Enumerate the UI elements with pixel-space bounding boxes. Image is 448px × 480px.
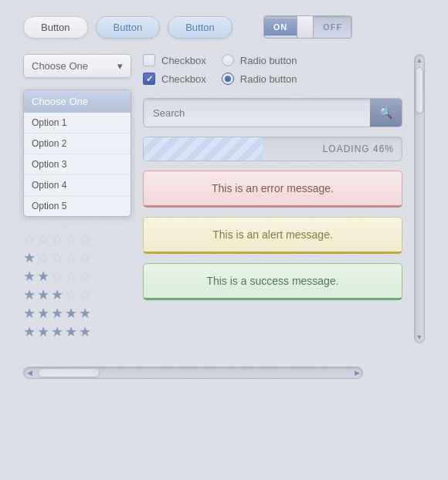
error-message[interactable]: This is an error message. bbox=[143, 171, 402, 208]
search-bar: 🔍 bbox=[143, 98, 402, 127]
star-row-5b[interactable]: ★ ★ ★ ★ ★ bbox=[23, 325, 131, 339]
star-icon: ☆ bbox=[37, 251, 49, 265]
star-icon: ☆ bbox=[51, 251, 63, 265]
scrollbar-track: ▲ ▼ bbox=[414, 54, 425, 343]
checkbox-label-1: Checkbox bbox=[161, 55, 206, 66]
stars-section: ☆ ☆ ☆ ☆ ☆ ★ ☆ ☆ ☆ ☆ ★ ★ ☆ bbox=[23, 232, 131, 339]
star-icon: ★ bbox=[79, 325, 91, 339]
dropdown-button[interactable]: Choose One ▾ bbox=[23, 54, 131, 78]
star-icon: ☆ bbox=[79, 232, 91, 246]
star-row-5[interactable]: ★ ★ ★ ★ ★ bbox=[23, 306, 131, 320]
alert-message[interactable]: This is an alert message. bbox=[143, 217, 402, 254]
star-icon: ☆ bbox=[37, 232, 49, 246]
left-column: Choose One ▾ Choose One Option 1 Option … bbox=[23, 54, 131, 343]
checkmark-icon: ✓ bbox=[146, 74, 153, 84]
star-icon: ★ bbox=[51, 306, 63, 320]
star-icon: ★ bbox=[37, 288, 49, 302]
button-3[interactable]: Button bbox=[168, 16, 232, 39]
star-icon: ☆ bbox=[65, 269, 77, 283]
radio-row-2: Radio button bbox=[222, 73, 297, 85]
loading-bar-container: LOADING 46% bbox=[143, 137, 402, 161]
success-message[interactable]: This is a success message. bbox=[143, 263, 402, 300]
search-button[interactable]: 🔍 bbox=[370, 99, 402, 127]
dropdown-option-5[interactable]: Option 5 bbox=[24, 196, 131, 216]
star-icon: ★ bbox=[23, 325, 36, 339]
star-icon: ☆ bbox=[51, 232, 63, 246]
dropdown-chevron-icon: ▾ bbox=[117, 60, 123, 72]
star-icon: ★ bbox=[23, 251, 36, 265]
star-icon: ☆ bbox=[65, 251, 77, 265]
dropdown-option-2[interactable]: Option 2 bbox=[24, 134, 131, 154]
radio-label-1: Radio button bbox=[240, 55, 297, 66]
star-row-0[interactable]: ☆ ☆ ☆ ☆ ☆ bbox=[23, 232, 131, 246]
toggle-off[interactable]: OFF bbox=[314, 19, 351, 35]
star-icon: ☆ bbox=[51, 269, 63, 283]
checkbox-label-2: Checkbox bbox=[161, 73, 206, 85]
scrollbar-up-arrow[interactable]: ▲ bbox=[415, 55, 424, 66]
star-icon: ☆ bbox=[65, 232, 77, 246]
dropdown-option-1[interactable]: Option 1 bbox=[24, 113, 131, 134]
star-icon: ★ bbox=[51, 288, 63, 302]
search-icon: 🔍 bbox=[379, 106, 392, 119]
checkbox-2[interactable]: ✓ bbox=[143, 73, 155, 85]
horizontal-scrollbar: ◀ ▶ bbox=[23, 367, 363, 379]
checkboxes-radios-row: Checkbox ✓ Checkbox Radio button bbox=[143, 54, 402, 89]
star-icon: ★ bbox=[23, 269, 36, 283]
toggle-on[interactable]: ON bbox=[264, 19, 297, 35]
dropdown-option-4[interactable]: Option 4 bbox=[24, 175, 131, 196]
scrollbar-down-arrow[interactable]: ▼ bbox=[415, 332, 424, 343]
star-row-3[interactable]: ★ ★ ★ ☆ ☆ bbox=[23, 288, 131, 302]
loading-label: LOADING 46% bbox=[323, 144, 394, 154]
star-icon: ☆ bbox=[65, 288, 77, 302]
button-1[interactable]: Button bbox=[23, 16, 88, 39]
h-scrollbar-thumb[interactable] bbox=[38, 368, 100, 377]
search-input[interactable] bbox=[144, 101, 370, 125]
radio-row-1: Radio button bbox=[222, 54, 297, 66]
star-row-2[interactable]: ★ ★ ☆ ☆ ☆ bbox=[23, 269, 131, 283]
star-row-1[interactable]: ★ ☆ ☆ ☆ ☆ bbox=[23, 251, 131, 265]
toggle-switch: ON OFF bbox=[263, 15, 353, 39]
h-scrollbar-left-arrow[interactable]: ◀ bbox=[24, 367, 35, 378]
dropdown-option-3[interactable]: Option 3 bbox=[24, 154, 131, 175]
radio-section: Radio button Radio button bbox=[222, 54, 297, 89]
h-scrollbar-right-arrow[interactable]: ▶ bbox=[351, 367, 362, 378]
star-icon: ☆ bbox=[79, 251, 91, 265]
star-icon: ★ bbox=[37, 325, 49, 339]
star-icon: ★ bbox=[79, 306, 91, 320]
star-icon: ★ bbox=[37, 269, 49, 283]
middle-column: Checkbox ✓ Checkbox Radio button bbox=[143, 54, 402, 343]
star-icon: ☆ bbox=[79, 288, 91, 302]
buttons-row: Button Button Button ON OFF bbox=[23, 15, 425, 39]
dropdown-header[interactable]: Choose One bbox=[24, 90, 131, 113]
star-icon: ★ bbox=[65, 325, 77, 339]
radio-dot-icon bbox=[225, 76, 231, 82]
loading-bar-fill bbox=[144, 137, 263, 161]
star-icon: ★ bbox=[23, 288, 36, 302]
radio-label-2: Radio button bbox=[240, 73, 297, 85]
right-scrollbar: ▲ ▼ bbox=[414, 54, 425, 343]
radio-1[interactable] bbox=[222, 54, 234, 66]
star-icon: ☆ bbox=[79, 269, 91, 283]
checkbox-1[interactable] bbox=[143, 54, 155, 66]
star-icon: ☆ bbox=[23, 232, 36, 246]
star-icon: ★ bbox=[37, 306, 49, 320]
checkbox-row-1: Checkbox bbox=[143, 54, 206, 66]
star-icon: ★ bbox=[23, 306, 36, 320]
radio-2[interactable] bbox=[222, 73, 234, 85]
checkbox-row-2: ✓ Checkbox bbox=[143, 73, 206, 85]
scrollbar-thumb[interactable] bbox=[416, 67, 423, 113]
button-2[interactable]: Button bbox=[96, 16, 161, 39]
dropdown-open: Choose One Option 1 Option 2 Option 3 Op… bbox=[23, 90, 131, 217]
checkboxes-section: Checkbox ✓ Checkbox bbox=[143, 54, 206, 85]
dropdown-placeholder: Choose One bbox=[32, 60, 88, 72]
star-icon: ★ bbox=[51, 325, 63, 339]
star-icon: ★ bbox=[65, 306, 77, 320]
toggle-handle[interactable] bbox=[297, 16, 314, 38]
